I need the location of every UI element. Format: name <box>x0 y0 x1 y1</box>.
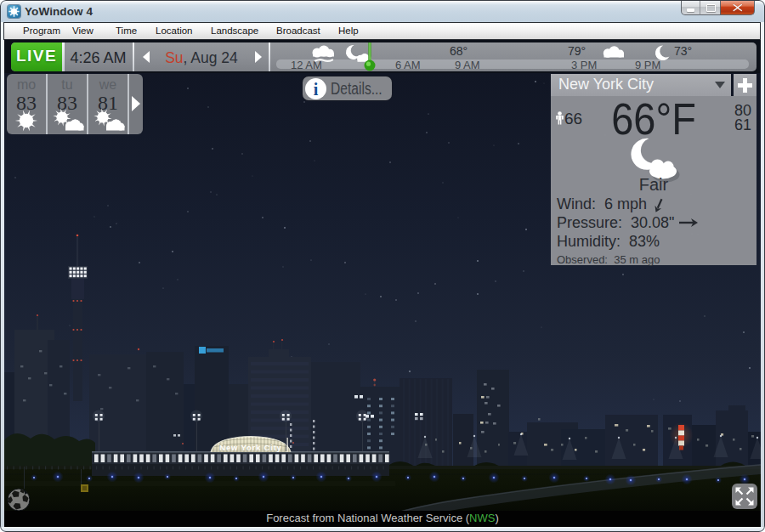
svg-text:New York City: New York City <box>219 443 281 452</box>
